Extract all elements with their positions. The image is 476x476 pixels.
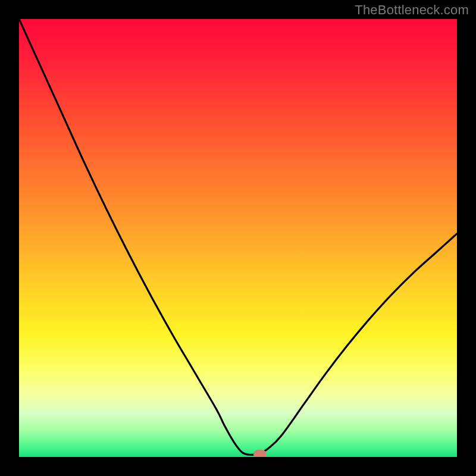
chart-frame: TheBottleneck.com — [0, 0, 476, 476]
attribution-text: TheBottleneck.com — [355, 2, 469, 18]
plot-area — [19, 19, 457, 457]
optimal-point-marker — [253, 450, 267, 457]
bottleneck-curve — [19, 19, 457, 457]
